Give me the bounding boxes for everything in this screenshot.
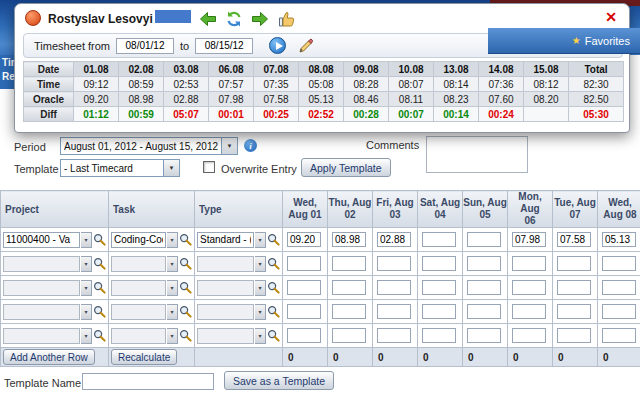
combo-arrow-icon[interactable]: ▾ — [255, 232, 266, 248]
project-input[interactable] — [3, 232, 80, 248]
search-icon[interactable] — [179, 305, 192, 318]
hours-input[interactable] — [332, 280, 366, 295]
chevron-down-icon[interactable]: ▼ — [163, 160, 179, 176]
save-template-button[interactable]: Save as a Template — [224, 371, 334, 390]
search-icon[interactable] — [93, 281, 106, 294]
hours-input[interactable] — [557, 280, 591, 295]
combo-arrow-icon[interactable]: ▾ — [81, 256, 92, 272]
back-icon[interactable] — [199, 10, 217, 28]
task-input[interactable] — [111, 256, 166, 272]
refresh-icon[interactable] — [225, 10, 243, 28]
recalculate-button[interactable]: Recalculate — [111, 349, 177, 365]
hours-input[interactable] — [512, 304, 546, 319]
template-name-input[interactable] — [82, 373, 214, 390]
hours-input[interactable] — [512, 328, 546, 343]
hours-input[interactable] — [557, 232, 591, 247]
hours-input[interactable] — [422, 232, 456, 247]
search-icon[interactable] — [93, 305, 106, 318]
hours-input[interactable] — [602, 280, 636, 295]
combo-arrow-icon[interactable]: ▾ — [167, 304, 178, 320]
hours-input[interactable] — [287, 232, 321, 247]
hours-input[interactable] — [467, 328, 501, 343]
combo-arrow-icon[interactable]: ▾ — [81, 304, 92, 320]
hours-input[interactable] — [287, 280, 321, 295]
search-icon[interactable] — [179, 257, 192, 270]
hours-input[interactable] — [377, 280, 411, 295]
hours-input[interactable] — [602, 256, 636, 271]
hours-input[interactable] — [287, 304, 321, 319]
search-icon[interactable] — [93, 329, 106, 342]
chevron-down-icon[interactable]: ▼ — [221, 138, 237, 154]
combo-arrow-icon[interactable]: ▾ — [255, 328, 266, 344]
combo-arrow-icon[interactable]: ▾ — [167, 328, 178, 344]
search-icon[interactable] — [179, 281, 192, 294]
hours-input[interactable] — [377, 328, 411, 343]
search-icon[interactable] — [267, 281, 280, 294]
combo-arrow-icon[interactable]: ▾ — [81, 280, 92, 296]
combo-arrow-icon[interactable]: ▾ — [255, 304, 266, 320]
close-icon[interactable]: ✕ — [605, 10, 617, 24]
hours-input[interactable] — [287, 256, 321, 271]
template-select[interactable]: - Last Timecard ▼ — [60, 159, 180, 177]
type-input[interactable] — [197, 304, 254, 320]
hours-input[interactable] — [287, 328, 321, 343]
combo-arrow-icon[interactable]: ▾ — [81, 328, 92, 344]
type-input[interactable] — [197, 328, 254, 344]
hours-input[interactable] — [422, 328, 456, 343]
task-input[interactable] — [111, 232, 166, 248]
timesheet-to-input[interactable] — [195, 38, 253, 54]
hours-input[interactable] — [557, 304, 591, 319]
hours-input[interactable] — [467, 256, 501, 271]
combo-arrow-icon[interactable]: ▾ — [255, 256, 266, 272]
search-icon[interactable] — [267, 329, 280, 342]
timesheet-from-input[interactable] — [116, 38, 174, 54]
combo-arrow-icon[interactable]: ▾ — [167, 256, 178, 272]
hours-input[interactable] — [422, 280, 456, 295]
type-input[interactable] — [197, 232, 254, 248]
hours-input[interactable] — [332, 256, 366, 271]
search-icon[interactable] — [93, 257, 106, 270]
hours-input[interactable] — [332, 304, 366, 319]
task-input[interactable] — [111, 280, 166, 296]
project-input[interactable] — [3, 280, 80, 296]
combo-arrow-icon[interactable]: ▾ — [81, 232, 92, 248]
hours-input[interactable] — [512, 256, 546, 271]
hours-input[interactable] — [467, 280, 501, 295]
thumbs-up-icon[interactable] — [277, 10, 295, 28]
hours-input[interactable] — [377, 304, 411, 319]
hours-input[interactable] — [422, 304, 456, 319]
project-input[interactable] — [3, 328, 80, 344]
search-icon[interactable] — [179, 329, 192, 342]
forward-icon[interactable] — [251, 10, 269, 28]
hours-input[interactable] — [512, 280, 546, 295]
favorites-menu[interactable]: Favorites — [585, 35, 630, 47]
overwrite-checkbox[interactable] — [203, 161, 215, 173]
hours-input[interactable] — [377, 232, 411, 247]
add-another-row-button[interactable]: Add Another Row — [3, 349, 95, 365]
search-icon[interactable] — [93, 233, 106, 246]
apply-template-button[interactable]: Apply Template — [301, 158, 391, 177]
hours-input[interactable] — [557, 256, 591, 271]
hours-input[interactable] — [602, 328, 636, 343]
search-icon[interactable] — [267, 233, 280, 246]
hours-input[interactable] — [422, 256, 456, 271]
comments-textarea[interactable] — [426, 136, 528, 173]
edit-icon[interactable] — [298, 38, 314, 54]
search-icon[interactable] — [267, 305, 280, 318]
search-icon[interactable] — [267, 257, 280, 270]
combo-arrow-icon[interactable]: ▾ — [167, 232, 178, 248]
combo-arrow-icon[interactable]: ▾ — [167, 280, 178, 296]
hours-input[interactable] — [377, 256, 411, 271]
project-input[interactable] — [3, 256, 80, 272]
hours-input[interactable] — [602, 232, 636, 247]
hours-input[interactable] — [467, 232, 501, 247]
task-input[interactable] — [111, 304, 166, 320]
hours-input[interactable] — [467, 304, 501, 319]
play-button[interactable] — [269, 37, 286, 54]
type-input[interactable] — [197, 280, 254, 296]
search-icon[interactable] — [179, 233, 192, 246]
info-icon[interactable]: i — [244, 139, 257, 152]
combo-arrow-icon[interactable]: ▾ — [255, 280, 266, 296]
period-select[interactable]: August 01, 2012 - August 15, 2012 ▼ — [60, 137, 238, 155]
type-input[interactable] — [197, 256, 254, 272]
